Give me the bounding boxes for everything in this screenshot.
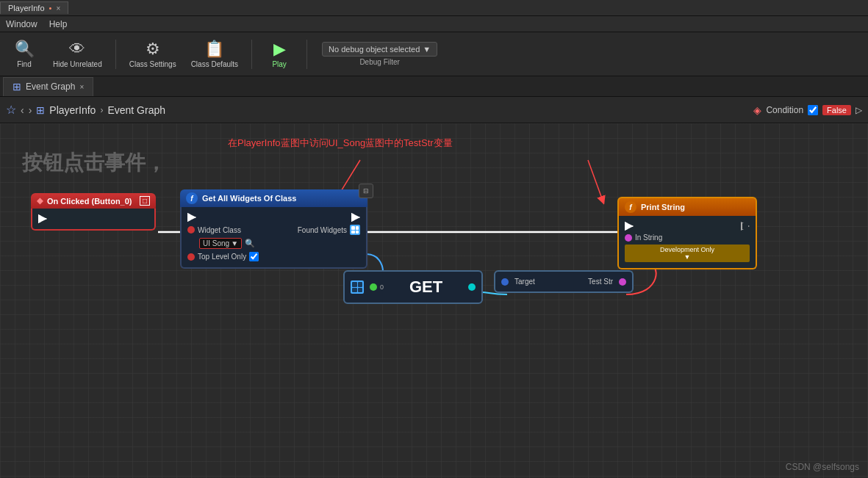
false-badge: False	[822, 105, 851, 115]
on-clicked-collapse[interactable]: □	[140, 196, 150, 206]
get-node-body: 0 GET	[343, 270, 483, 304]
menu-help[interactable]: Help	[49, 19, 68, 29]
tab-grid-icon: ⊞	[12, 81, 21, 93]
found-widgets-dot	[350, 225, 360, 235]
target-in-dot	[501, 278, 509, 286]
exec-out-pin	[38, 214, 47, 223]
tab-bar: ⊞ Event Graph ×	[0, 76, 868, 97]
widget-class-row: Widget Class Found Widgets	[187, 225, 360, 235]
index-value: 0	[380, 283, 384, 291]
top-level-checkbox[interactable]	[249, 252, 259, 261]
class-defaults-icon: 📋	[204, 40, 224, 59]
menu-bar: Window Help	[0, 16, 868, 32]
print-string-header: f Print String	[617, 197, 757, 216]
print-exec-out-pin	[741, 222, 750, 231]
get-node[interactable]: 0 GET	[343, 270, 483, 304]
widget-class-value: UI Song	[203, 239, 229, 247]
index-section: 0	[370, 283, 384, 291]
condition-checkbox[interactable]	[808, 105, 818, 115]
false-arrow: ▷	[856, 105, 862, 115]
class-defaults-button[interactable]: 📋 Class Defaults	[187, 35, 243, 73]
widget-class-selector[interactable]: UI Song ▼	[199, 238, 242, 249]
target-node-body: Target Test Str	[494, 270, 634, 293]
play-button[interactable]: ▶ Play	[261, 35, 298, 73]
exec-in-pin	[187, 213, 196, 222]
find-label: Find	[17, 60, 31, 68]
in-string-pin: In String	[625, 233, 662, 242]
class-settings-icon: ⚙	[146, 40, 160, 59]
annotation-text: 在PlayerInfo蓝图中访问UI_Song蓝图中的TestStr变量	[228, 137, 453, 150]
breadcrumb-bar: ☆ ‹ › ⊞ PlayerInfo › Event Graph ◈ Condi…	[0, 97, 868, 123]
hide-unrelated-icon: 👁	[69, 40, 85, 59]
hide-unrelated-button[interactable]: 👁 Hide Unrelated	[49, 35, 107, 73]
widget-class-dropdown[interactable]: ▼	[231, 239, 238, 247]
class-settings-button[interactable]: ⚙ Class Settings	[125, 35, 181, 73]
print-exec-in-pin	[625, 222, 634, 231]
nav-forward-icon[interactable]: ›	[29, 104, 32, 116]
hide-unrelated-label: Hide Unrelated	[53, 60, 102, 68]
tab-label: Event Graph	[26, 82, 75, 92]
exec-out	[351, 213, 360, 222]
print-string-body: In String Development Only ▼	[617, 216, 757, 269]
search-icon[interactable]: 🔍	[245, 239, 255, 248]
dev-only-label: Development Only	[660, 246, 714, 253]
breadcrumb-grid-icon: ⊞	[36, 104, 45, 116]
get-out-dot	[468, 283, 476, 291]
debug-filter-button[interactable]: No debug object selected ▼	[322, 42, 437, 57]
get-label: GET	[390, 278, 462, 297]
banner-text: 按钮点击事件，	[22, 149, 166, 177]
print-exec-out	[741, 222, 750, 231]
menu-window[interactable]: Window	[6, 19, 37, 29]
in-string-label: In String	[635, 233, 662, 242]
condition-icon: ◈	[753, 104, 761, 116]
blueprint-canvas[interactable]: 按钮点击事件， 在PlayerInfo蓝图中访问UI_Song蓝图中的TestS…	[0, 123, 868, 478]
condition-area: ◈ Condition False ▷	[753, 104, 862, 116]
widget-class-pin: Widget Class	[187, 226, 241, 234]
print-exec-in	[625, 222, 634, 231]
svg-line-1	[588, 160, 603, 200]
test-str-dot	[619, 278, 626, 286]
on-clicked-node[interactable]: ◆ On Clicked (Button_0) □	[31, 193, 156, 231]
debug-filter-dropdown-arrow: ▼	[423, 45, 431, 54]
print-exec-row	[625, 222, 750, 231]
event-graph-tab[interactable]: ⊞ Event Graph ×	[3, 77, 93, 96]
debug-filter: No debug object selected ▼ Debug Filter	[322, 42, 437, 66]
get-all-widgets-body: Widget Class Found Widgets UI Song ▼	[180, 207, 367, 269]
breadcrumb-sep: ›	[100, 105, 103, 115]
print-string-title: Print String	[641, 203, 685, 211]
target-label: Target	[514, 278, 535, 286]
widget-class-selector-row: UI Song ▼ 🔍	[199, 238, 360, 249]
breadcrumb-parent[interactable]: PlayerInfo	[49, 104, 96, 116]
index-pin: 0	[370, 283, 384, 291]
class-settings-label: Class Settings	[129, 60, 176, 68]
found-widgets-pin: Found Widgets	[298, 225, 360, 235]
top-level-dot	[187, 253, 195, 261]
title-tab[interactable]: PlayerInfo • ×	[0, 1, 68, 14]
play-icon: ▶	[273, 40, 286, 59]
exec-in	[187, 213, 196, 222]
title-tab-close[interactable]: ×	[56, 4, 60, 12]
title-tab-label: PlayerInfo	[8, 4, 45, 12]
toolbar-sep-3	[306, 40, 307, 69]
tab-close-btn[interactable]: ×	[79, 83, 84, 91]
top-level-row: Top Level Only	[187, 252, 360, 261]
index-dot	[370, 283, 377, 291]
exec-out-pin	[351, 213, 360, 222]
target-node[interactable]: Target Test Str	[494, 270, 634, 293]
on-clicked-icon: ◆	[37, 196, 43, 206]
bookmark-icon[interactable]: ☆	[6, 103, 16, 117]
condition-label: Condition	[766, 105, 803, 115]
in-string-dot	[625, 234, 632, 242]
nav-back-icon[interactable]: ‹	[21, 104, 24, 116]
breadcrumb-current: Event Graph	[107, 104, 165, 116]
title-bar: PlayerInfo • ×	[0, 0, 868, 16]
exec-row	[187, 213, 360, 222]
top-level-label: Top Level Only	[198, 253, 246, 261]
find-button[interactable]: 🔍 Find	[6, 35, 43, 73]
toolbar-sep-1	[115, 40, 116, 69]
print-func-icon: f	[625, 201, 636, 213]
debug-filter-label: No debug object selected	[329, 45, 420, 54]
print-string-node[interactable]: f Print String In String	[617, 197, 757, 269]
play-label: Play	[272, 60, 286, 68]
get-all-widgets-node[interactable]: ⊟ f Get All Widgets Of Class Widget Clas…	[180, 189, 367, 269]
